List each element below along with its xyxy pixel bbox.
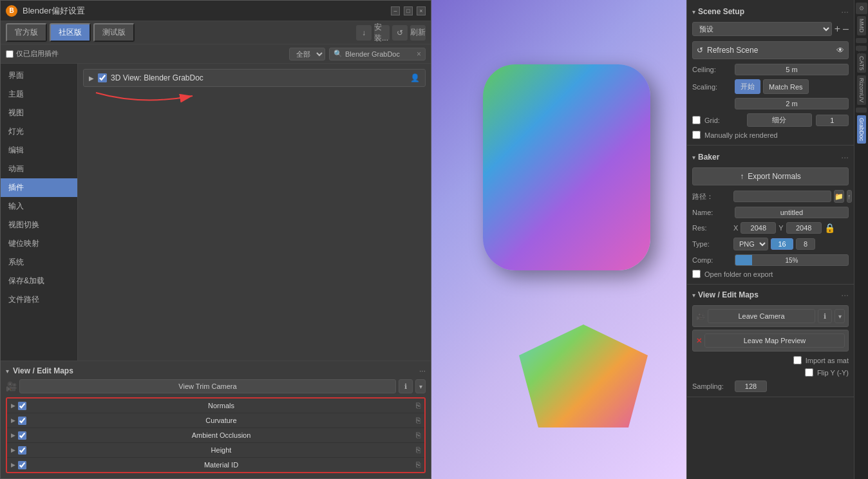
grid-checkbox[interactable]	[692, 116, 701, 124]
tab-community[interactable]: 社区版	[50, 23, 91, 42]
curvature-expand[interactable]: ▶	[11, 417, 15, 424]
map-row-curvature: ▶ Curvature ⎘	[7, 413, 424, 428]
enabled-checkbox[interactable]	[6, 50, 14, 58]
nav-item-edit[interactable]: 编辑	[1, 141, 77, 160]
path-up-button[interactable]: ↑	[847, 190, 852, 203]
bit-depth-16-input[interactable]: 16	[771, 238, 793, 250]
dropdown-button[interactable]: ▾	[415, 379, 426, 393]
normals-export-icon[interactable]: ⎘	[416, 401, 420, 410]
folder-button[interactable]: 📁	[834, 190, 844, 203]
nav-item-input[interactable]: 输入	[1, 197, 77, 216]
addon-enabled-checkbox[interactable]	[98, 73, 107, 82]
preset-select[interactable]: 预设	[692, 22, 832, 36]
height-checkbox[interactable]	[18, 446, 26, 455]
efficiency-tab[interactable]: 提效	[856, 38, 867, 43]
comp-bar[interactable]: 15%	[735, 254, 849, 266]
category-select[interactable]: 全部	[289, 48, 325, 61]
bit-depth-8-input[interactable]: 8	[796, 238, 815, 250]
settings-tab-icon[interactable]: ⚙	[856, 3, 867, 14]
info-button[interactable]: ℹ	[399, 379, 413, 393]
ao-export-icon[interactable]: ⎘	[416, 431, 420, 440]
minimize-button[interactable]: –	[391, 6, 400, 15]
nav-item-interface[interactable]: 界面	[1, 66, 77, 85]
search-input[interactable]	[345, 50, 414, 58]
tab-testing[interactable]: 测试版	[93, 23, 135, 42]
cat5-tab[interactable]: CAT5	[857, 53, 866, 73]
maximize-button[interactable]: □	[404, 6, 413, 15]
tab-official[interactable]: 官方版	[6, 23, 47, 42]
ao-expand[interactable]: ▶	[11, 432, 15, 438]
preset-add-button[interactable]: +	[835, 23, 840, 35]
grabdoc-tab[interactable]: GrabDoc	[857, 115, 866, 144]
name-input[interactable]: untitled	[735, 207, 849, 218]
download-icon[interactable]: ↓	[356, 25, 372, 41]
leave-camera-info-button[interactable]: ℹ	[818, 309, 832, 323]
start-button[interactable]: 开始	[735, 79, 760, 94]
materialid-checkbox[interactable]	[18, 461, 26, 469]
thumbnail-tab[interactable]: 缩略	[856, 108, 867, 113]
normals-expand[interactable]: ▶	[11, 402, 15, 409]
enabled-filter[interactable]: 仅已启用插件	[6, 49, 59, 59]
ceiling-input[interactable]: 5 m	[735, 64, 849, 75]
right-panel: ▾ Scene Setup ··· 预设 + – ↺ Refresh Scene…	[686, 0, 854, 479]
window-title: Blender偏好设置	[23, 5, 386, 17]
leave-camera-button[interactable]: Leave Camera	[708, 309, 815, 323]
mmd-tab[interactable]: MMD	[857, 16, 866, 35]
baker-title: Baker	[698, 153, 838, 162]
materialid-export-icon[interactable]: ⎘	[416, 460, 420, 469]
res-y-input[interactable]: 2048	[786, 222, 822, 234]
nav-item-animation[interactable]: 动画	[1, 160, 77, 178]
sampling-input[interactable]: 128	[735, 380, 767, 392]
refresh-scene-button[interactable]: ↺ Refresh Scene 👁	[692, 41, 849, 59]
normals-checkbox[interactable]	[18, 402, 26, 410]
view-trim-camera-button[interactable]: View Trim Camera	[19, 379, 396, 393]
visual-tab[interactable]: 视效	[856, 46, 867, 51]
blender-prefs-window: B Blender偏好设置 – □ × 官方版 社区版 测试版 ↓ 安装... …	[0, 0, 431, 479]
path-input[interactable]	[733, 191, 831, 202]
update-button[interactable]: 刷新	[410, 25, 426, 41]
manually-pick-checkbox[interactable]	[692, 131, 701, 139]
rizom-tab[interactable]: RizomUV	[857, 75, 866, 105]
flip-y-checkbox[interactable]	[805, 368, 813, 377]
type-select[interactable]: PNG	[733, 238, 768, 250]
ao-checkbox[interactable]	[18, 431, 26, 440]
nav-item-navigation[interactable]: 视图切换	[1, 216, 77, 234]
grid-subtype-input[interactable]: 细分	[747, 113, 812, 127]
nav-item-system[interactable]: 系统	[1, 253, 77, 272]
install-button[interactable]: 安装...	[374, 25, 390, 41]
lock-icon[interactable]: 🔒	[824, 223, 835, 233]
nav-item-addons[interactable]: 插件	[1, 178, 77, 197]
baker-dots: ···	[841, 152, 849, 162]
import-mat-checkbox[interactable]	[793, 356, 802, 364]
nav-item-save[interactable]: 保存&加载	[1, 272, 77, 290]
curvature-checkbox[interactable]	[18, 417, 26, 425]
close-button[interactable]: ×	[417, 6, 426, 15]
res-x-input[interactable]: 2048	[741, 222, 776, 234]
leave-map-preview-button[interactable]: Leave Map Preview	[704, 333, 845, 348]
grid-value-input[interactable]: 1	[816, 115, 849, 126]
preset-remove-button[interactable]: –	[843, 23, 849, 35]
view-edit-maps-right-header[interactable]: ▾ View / Edit Maps ···	[687, 287, 854, 303]
nav-item-filepath[interactable]: 文件路径	[1, 290, 77, 309]
open-folder-checkbox[interactable]	[692, 270, 701, 278]
height-expand[interactable]: ▶	[11, 447, 15, 453]
baker-header[interactable]: ▾ Baker ···	[687, 149, 854, 165]
materialid-expand[interactable]: ▶	[11, 462, 15, 468]
height-export-icon[interactable]: ⎘	[416, 446, 420, 455]
scene-setup-dots: ···	[841, 6, 849, 17]
scene-setup-header[interactable]: ▾ Scene Setup ···	[687, 4, 854, 19]
addon-header[interactable]: ▶ 3D View: Blender GrabDoc 👤	[84, 70, 425, 86]
refresh-icon[interactable]: ↺	[392, 25, 408, 41]
match-res-button[interactable]: Match Res	[763, 79, 809, 94]
view-edit-right-arrow: ▾	[692, 292, 695, 299]
leave-camera-dropdown[interactable]: ▾	[835, 309, 845, 323]
nav-item-theme[interactable]: 主题	[1, 85, 77, 104]
clear-search-button[interactable]: ×	[417, 50, 421, 59]
export-normals-button[interactable]: ↑ Export Normals	[692, 167, 849, 185]
curvature-export-icon[interactable]: ⎘	[416, 416, 420, 425]
nav-item-viewport[interactable]: 视图	[1, 104, 77, 122]
scaling-value-input[interactable]: 2 m	[735, 98, 849, 109]
nav-item-keymap[interactable]: 键位映射	[1, 234, 77, 253]
map-row-materialid: ▶ Material ID ⎘	[7, 458, 424, 472]
nav-item-light[interactable]: 灯光	[1, 122, 77, 141]
